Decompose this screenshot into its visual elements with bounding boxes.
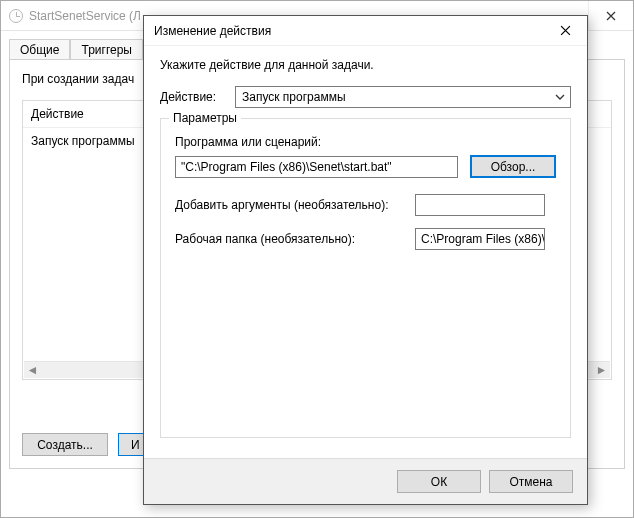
args-row: Добавить аргументы (необязательно): [175, 194, 556, 216]
action-label: Действие: [160, 90, 235, 104]
create-button[interactable]: Создать... [22, 433, 108, 456]
action-combobox-value: Запуск программы [242, 90, 346, 104]
edit-button-label: И [131, 438, 140, 452]
program-line: "C:\Program Files (x86)\Senet\start.bat"… [175, 155, 556, 178]
close-icon [560, 25, 571, 36]
parameters-legend: Параметры [169, 111, 241, 125]
back-window-title: StartSenetService (Л [29, 9, 141, 23]
back-button-row: Создать... И [22, 433, 153, 456]
tab-triggers-label: Триггеры [81, 43, 132, 57]
workdir-input-value: C:\Program Files (x86)\W [421, 232, 545, 246]
workdir-label: Рабочая папка (необязательно): [175, 232, 405, 246]
workdir-input[interactable]: C:\Program Files (x86)\W [415, 228, 545, 250]
program-input[interactable]: "C:\Program Files (x86)\Senet\start.bat" [175, 156, 458, 178]
modal-close-button[interactable] [545, 17, 585, 45]
scroll-right-icon[interactable]: ► [593, 363, 610, 378]
tab-triggers[interactable]: Триггеры [70, 39, 143, 60]
modal-footer: ОК Отмена [144, 458, 587, 504]
program-label: Программа или сценарий: [175, 135, 556, 149]
scroll-left-icon[interactable]: ◄ [24, 363, 41, 378]
tab-general[interactable]: Общие [9, 39, 70, 60]
cancel-button-label: Отмена [509, 475, 552, 489]
program-input-value: "C:\Program Files (x86)\Senet\start.bat" [181, 160, 392, 174]
ok-button-label: ОК [431, 475, 447, 489]
close-icon [606, 11, 616, 21]
create-button-label: Создать... [37, 438, 93, 452]
instruction-text: Укажите действие для данной задачи. [160, 58, 571, 72]
col-action: Действие [31, 107, 84, 121]
back-close-button[interactable] [588, 1, 633, 31]
row-action-value: Запуск программы [31, 134, 135, 148]
browse-button[interactable]: Обзор... [470, 155, 556, 178]
browse-button-label: Обзор... [491, 160, 536, 174]
chevron-down-icon [554, 91, 566, 103]
modal-titlebar: Изменение действия [144, 16, 587, 46]
workdir-row: Рабочая папка (необязательно): C:\Progra… [175, 228, 556, 250]
modal-title: Изменение действия [154, 24, 545, 38]
parameters-group: Параметры Программа или сценарий: "C:\Pr… [160, 118, 571, 438]
modal-body: Укажите действие для данной задачи. Дейс… [144, 46, 587, 458]
edit-action-dialog: Изменение действия Укажите действие для … [143, 15, 588, 505]
action-row: Действие: Запуск программы [160, 86, 571, 108]
cancel-button[interactable]: Отмена [489, 470, 573, 493]
tab-general-label: Общие [20, 43, 59, 57]
ok-button[interactable]: ОК [397, 470, 481, 493]
args-label: Добавить аргументы (необязательно): [175, 198, 405, 212]
action-combobox[interactable]: Запуск программы [235, 86, 571, 108]
task-icon [9, 9, 23, 23]
args-input[interactable] [415, 194, 545, 216]
